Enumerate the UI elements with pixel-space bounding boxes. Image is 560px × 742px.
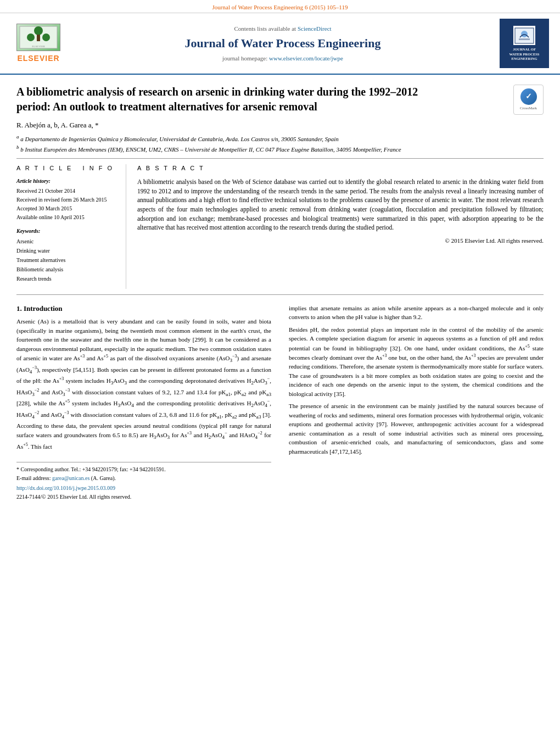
elsevier-logo-image: ELSEVIER (16, 24, 60, 51)
contents-line: Contents lists available at ScienceDirec… (66, 25, 500, 33)
homepage-link[interactable]: www.elsevier.com/locate/jwpe (269, 55, 343, 62)
citation-text: Journal of Water Process Engineering 6 (… (212, 4, 348, 10)
svg-text:ELSEVIER: ELSEVIER (32, 45, 45, 48)
authors: R. Abejón a, b, A. Garea a, * (16, 120, 544, 130)
abstract-heading: A B S T R A C T (137, 164, 544, 172)
crossmark-logo: ✓ CrossMark (513, 85, 544, 115)
article-received: Received 21 October 2014 Received in rev… (16, 187, 117, 222)
article-title-section: A bibliometric analysis of research on a… (16, 85, 544, 115)
footnote-corresponding: * Corresponding author. Tel.: +34 942201… (16, 466, 271, 473)
abstract-col: A B S T R A C T A bibliometric analysis … (126, 164, 544, 288)
footnote-email: E-mail address: garea@unican.es (A. Gare… (16, 475, 271, 482)
crossmark-icon: ✓ (520, 88, 537, 105)
affiliation-b: b b Institut Européen des Membranes (IEM… (16, 144, 544, 153)
journal-logo-image (513, 26, 535, 45)
journal-center: Contents lists available at ScienceDirec… (66, 25, 500, 63)
abstract-text: A bibliometric analysis based on the Web… (137, 177, 544, 232)
section1-title: 1. Introduction (16, 304, 271, 314)
doi-link[interactable]: http://dx.doi.org/10.1016/j.jwpe.2015.03… (16, 484, 271, 492)
svg-point-4 (42, 34, 50, 41)
intro-paragraph-1: Arsenic (As) is a metalloid that is very… (16, 317, 271, 451)
intro-paragraph-right-2: Besides pH, the redox potential plays an… (289, 325, 544, 398)
article-info-heading: A R T I C L E I N F O (16, 164, 117, 172)
svg-point-7 (521, 31, 528, 37)
elsevier-logo: ELSEVIER ELSEVIER (11, 24, 66, 64)
article-history: Article history: Received 21 October 201… (16, 177, 117, 222)
intro-paragraph-right-1: implies that arsenate remains as anion w… (289, 304, 544, 322)
journal-logo-text: JOURNAL OFWATER PROCESSENGINEERING (509, 47, 540, 61)
svg-rect-8 (519, 38, 530, 40)
col-left: 1. Introduction Arsenic (As) is a metall… (16, 304, 276, 501)
history-label: Article history: (16, 177, 117, 185)
journal-homepage: journal homepage: www.elsevier.com/locat… (66, 54, 500, 63)
svg-rect-2 (37, 35, 40, 41)
corresponding-email-link[interactable]: garea@unican.es (52, 475, 89, 481)
journal-logo-right: JOURNAL OFWATER PROCESSENGINEERING (500, 19, 549, 68)
article-info-col: A R T I C L E I N F O Article history: R… (16, 164, 126, 288)
abstract-copyright: © 2015 Elsevier Ltd. All rights reserved… (137, 237, 544, 245)
crossmark-label: CrossMark (520, 106, 537, 111)
keywords-group: Keywords: Arsenic Drinking water Treatme… (16, 227, 117, 283)
keywords-list: Arsenic Drinking water Treatment alterna… (16, 237, 117, 283)
footer-copyright: 2214-7144/© 2015 Elsevier Ltd. All right… (16, 493, 271, 501)
divider-1 (16, 158, 544, 159)
svg-point-1 (34, 26, 43, 35)
main-body: 1. Introduction Arsenic (As) is a metall… (16, 304, 544, 501)
intro-paragraph-right-3: The presence of arsenic in the environme… (289, 401, 544, 456)
affiliation-a: a a Departamento de Ingenierías Química … (16, 134, 544, 143)
elsevier-wordmark: ELSEVIER (17, 53, 59, 64)
journal-header: ELSEVIER ELSEVIER Contents lists availab… (0, 13, 560, 75)
svg-point-3 (27, 34, 35, 41)
article-body: A R T I C L E I N F O Article history: R… (16, 164, 544, 288)
article-title: A bibliometric analysis of research on a… (16, 85, 449, 114)
journal-citation-bar: Journal of Water Process Engineering 6 (… (0, 0, 560, 13)
divider-2 (16, 294, 544, 295)
article-wrapper: A bibliometric analysis of research on a… (0, 85, 560, 500)
keywords-label: Keywords: (16, 227, 117, 235)
sciencedirect-link[interactable]: ScienceDirect (298, 25, 332, 32)
footnote-section: * Corresponding author. Tel.: +34 942201… (16, 462, 271, 501)
journal-title: Journal of Water Process Engineering (66, 35, 500, 52)
col-right: implies that arsenate remains as anion w… (284, 304, 544, 501)
